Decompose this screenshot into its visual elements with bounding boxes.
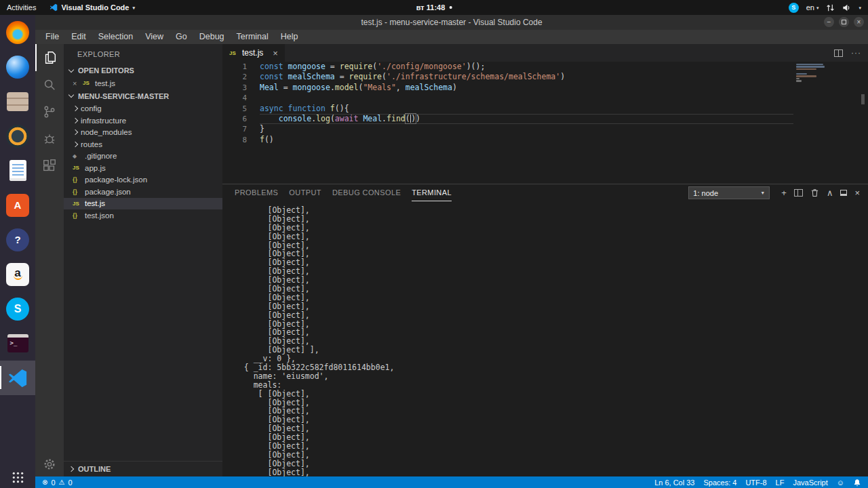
app-menu-button[interactable]: Visual Studio Code ▾ xyxy=(50,3,135,12)
dock-item-writer[interactable] xyxy=(0,153,35,188)
open-editors-header[interactable]: OPEN EDITORS xyxy=(64,64,222,77)
dock-item-terminal[interactable]: >_ xyxy=(0,326,35,361)
file-package-lock-json[interactable]: {}package-lock.json xyxy=(64,174,222,186)
more-actions-icon[interactable]: ··· xyxy=(851,48,861,58)
encoding[interactable]: UTF-8 xyxy=(745,479,766,487)
activities-button[interactable]: Activities xyxy=(7,3,36,12)
menu-go[interactable]: Go xyxy=(170,30,193,44)
code-line-4[interactable]: 4 xyxy=(222,93,797,103)
firefox-icon xyxy=(6,21,29,44)
tab-close-icon[interactable]: × xyxy=(273,48,278,58)
file-test-js[interactable]: JStest.js xyxy=(64,198,222,210)
feedback-smiley-icon[interactable]: ☺ xyxy=(837,479,844,487)
menu-edit[interactable]: Edit xyxy=(65,30,92,44)
tab-debug-console[interactable]: DEBUG CONSOLE xyxy=(332,184,401,201)
matched-brackets: () xyxy=(406,114,416,123)
terminal-selector[interactable]: 1: node▼ xyxy=(688,186,770,199)
activity-extensions[interactable] xyxy=(35,152,64,180)
keyboard-layout-menu[interactable]: en▾ xyxy=(806,3,819,12)
menu-help[interactable]: Help xyxy=(275,30,304,44)
folder-node-modules[interactable]: node_modules xyxy=(64,127,222,139)
code-line-8[interactable]: 8f() xyxy=(222,135,797,145)
maximize-panel-icon[interactable]: ∧ xyxy=(827,188,833,197)
dock-item-vscode[interactable] xyxy=(0,361,35,395)
code-line-6[interactable]: 6 console.log(await Meal.find()) xyxy=(222,114,797,124)
terminal-output[interactable]: [Object], [Object], [Object], [Object], … xyxy=(222,201,868,476)
activity-debug[interactable] xyxy=(35,125,64,152)
tab-terminal[interactable]: TERMINAL xyxy=(412,184,452,201)
volume-icon[interactable] xyxy=(842,3,851,12)
terminal-line: [Object], xyxy=(235,302,868,311)
file-test-json[interactable]: {}test.json xyxy=(64,209,222,222)
show-applications-button[interactable] xyxy=(0,471,35,484)
minimap[interactable] xyxy=(796,64,825,83)
panel-layout-icon[interactable] xyxy=(840,190,847,196)
network-icon[interactable] xyxy=(826,3,835,12)
file-app-js[interactable]: JSapp.js xyxy=(64,162,222,174)
search-icon xyxy=(42,77,57,92)
clock-menu[interactable]: вт 11:48 xyxy=(416,3,452,12)
indentation[interactable]: Spaces: 4 xyxy=(703,479,736,487)
project-header[interactable]: MENU-SERVICE-MASTER xyxy=(64,89,222,103)
dock-item-software[interactable]: A xyxy=(0,188,35,222)
close-icon[interactable]: × xyxy=(73,79,79,87)
tab-output[interactable]: OUTPUT xyxy=(289,184,321,201)
cursor-position[interactable]: Ln 6, Col 33 xyxy=(654,479,694,487)
code-line-2[interactable]: 2const mealSchema = require('./infrastru… xyxy=(222,72,797,82)
open-editor-test-js[interactable]: ×JStest.js xyxy=(64,77,222,89)
code-line-1[interactable]: 1const mongoose = require('./config/mong… xyxy=(222,62,797,72)
menu-debug[interactable]: Debug xyxy=(193,30,231,44)
dock-item-photos[interactable] xyxy=(0,119,35,153)
tab-problems[interactable]: PROBLEMS xyxy=(235,184,278,201)
close-panel-icon[interactable]: × xyxy=(854,188,860,197)
warning-icon: ⚠ xyxy=(59,479,65,486)
terminal-line: [Object] ], xyxy=(235,346,868,354)
folder-routes[interactable]: routes xyxy=(64,138,222,150)
activity-search[interactable] xyxy=(35,71,64,98)
terminal-line: meals: xyxy=(235,381,868,390)
code-area[interactable]: 1const mongoose = require('./config/mong… xyxy=(222,62,797,145)
minimize-button[interactable]: − xyxy=(824,17,834,27)
skype-tray-icon[interactable]: S xyxy=(789,3,799,13)
menu-file[interactable]: File xyxy=(39,30,65,44)
git-file-icon: ◆ xyxy=(73,153,81,159)
title-bar[interactable]: test.js - menu-service-master - Visual S… xyxy=(35,15,868,30)
tab-test-js[interactable]: JStest.js× xyxy=(222,44,285,62)
menu-selection[interactable]: Selection xyxy=(92,30,139,44)
activity-explorer[interactable] xyxy=(35,44,64,71)
maximize-button[interactable] xyxy=(839,17,849,27)
folder-infrastructure[interactable]: infrastructure xyxy=(64,115,222,127)
problems-status[interactable]: ⊗ 0 ⚠ 0 xyxy=(42,479,73,487)
code-line-3[interactable]: 3Meal = mongoose.model("Meals", mealSche… xyxy=(222,83,797,93)
activity-source-control[interactable] xyxy=(35,98,64,125)
split-terminal-icon[interactable] xyxy=(794,189,803,197)
file-gitignore[interactable]: ◆.gitignore xyxy=(64,150,222,163)
outline-header[interactable]: OUTLINE xyxy=(64,461,222,476)
dock-item-browser[interactable] xyxy=(0,49,35,84)
explorer-sidebar: EXPLORER OPEN EDITORS ×JStest.js MENU-SE… xyxy=(64,44,222,476)
clock-label: вт 11:48 xyxy=(416,3,446,12)
language-mode[interactable]: JavaScript xyxy=(793,479,827,487)
notifications-bell-icon[interactable] xyxy=(853,479,861,487)
split-editor-icon[interactable] xyxy=(834,49,843,57)
dock-item-amazon[interactable]: a xyxy=(0,257,35,291)
menu-terminal[interactable]: Terminal xyxy=(231,30,275,44)
close-button[interactable]: × xyxy=(854,17,864,27)
eol-sequence[interactable]: LF xyxy=(776,479,785,487)
dock-item-files[interactable] xyxy=(0,84,35,119)
file-package-json[interactable]: {}package.json xyxy=(64,186,222,198)
code-line-5[interactable]: 5async function f(){ xyxy=(222,104,797,114)
manage-button[interactable] xyxy=(43,458,56,471)
code-editor[interactable]: 1const mongoose = require('./config/mong… xyxy=(222,62,868,184)
warning-count: 0 xyxy=(68,479,72,487)
code-line-7[interactable]: 7} xyxy=(222,124,797,134)
system-menu-caret-icon[interactable]: ▾ xyxy=(859,5,861,10)
kill-terminal-icon[interactable] xyxy=(810,188,819,197)
new-terminal-icon[interactable]: + xyxy=(781,188,787,197)
dock-item-firefox[interactable] xyxy=(0,15,35,49)
dock-item-help[interactable]: ? xyxy=(0,222,35,257)
dock-item-skype[interactable]: S xyxy=(0,291,35,326)
menu-view[interactable]: View xyxy=(139,30,170,44)
debug-bug-icon xyxy=(42,131,57,146)
folder-config[interactable]: config xyxy=(64,103,222,115)
